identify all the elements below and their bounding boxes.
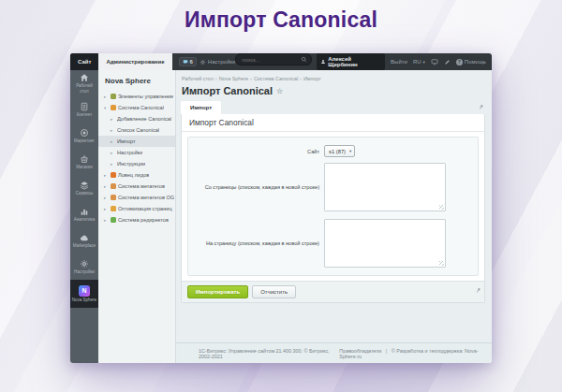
menu-item[interactable]: ▸ Ловец лидов	[98, 169, 175, 181]
page-title: Импорт Canonical ☆	[182, 85, 485, 96]
from-pages-label: Со страницы (списком, каждая в новой стр…	[198, 184, 324, 190]
gear-icon	[80, 259, 89, 269]
rail-item[interactable]: Сервисы	[70, 175, 98, 201]
import-button[interactable]: Импортировать	[187, 285, 248, 298]
form-section-title: Импорт Canonical	[182, 114, 484, 132]
search-icon[interactable]	[301, 56, 307, 63]
menu-item[interactable]: ▸ Инструкции	[98, 158, 175, 169]
menu-item[interactable]: ▸ Оптимизация страниц	[98, 203, 175, 214]
work-area: Рабочий стол›Nova Sphere›Система Canonic…	[176, 70, 492, 342]
page-heading: Импорт Canonical	[0, 7, 562, 33]
breadcrumb: Рабочий стол›Nova Sphere›Система Canonic…	[182, 76, 485, 81]
notifications-button[interactable]: 6	[179, 57, 197, 66]
gear-icon	[200, 59, 206, 65]
cloud-icon	[80, 233, 89, 242]
menu-item-icon	[111, 195, 116, 200]
breadcrumb-item[interactable]: Nova Sphere	[219, 76, 248, 81]
menu-item[interactable]: ▸ Импорт	[98, 136, 175, 147]
breadcrumb-separator: ›	[215, 76, 217, 81]
chevron-icon: ▾	[104, 106, 109, 110]
question-mark-icon: ?	[456, 59, 463, 65]
user-name: Алексей Щербинин	[328, 56, 381, 67]
chevron-icon: ▸	[104, 218, 109, 223]
tab-administration[interactable]: Администрирование	[98, 53, 171, 70]
site-select[interactable]: s1 (87) ▾	[324, 145, 355, 157]
breadcrumb-item[interactable]: Система Canonical	[254, 76, 298, 81]
chevron-icon: ▸	[104, 94, 109, 99]
logout-button[interactable]: Выйти	[391, 59, 407, 65]
icon-rail: Рабочий стол Контент Маркетинг Магазин С…	[70, 70, 98, 363]
chevron-down-icon: ▾	[423, 60, 425, 65]
pin-icon[interactable]	[478, 104, 484, 110]
basket-icon	[80, 154, 89, 164]
rail-item[interactable]: Рабочий стол	[70, 70, 98, 96]
to-pages-wrap	[324, 219, 446, 268]
menu-item-icon	[111, 172, 116, 178]
layers-icon	[80, 181, 89, 190]
language-selector[interactable]: RU ▾	[413, 59, 425, 65]
tab-bar: Импорт	[181, 101, 485, 114]
target-icon	[80, 128, 89, 138]
chevron-down-icon: ▾	[349, 149, 351, 153]
menu-item-icon	[111, 105, 116, 110]
rail-item[interactable]: Магазин	[70, 149, 98, 175]
menu-item[interactable]: ▸ Система метатегов OG	[98, 192, 175, 203]
chevron-icon: ▸	[104, 184, 109, 189]
to-pages-textarea[interactable]	[324, 219, 446, 268]
tab-site[interactable]: Сайт	[70, 53, 98, 70]
from-pages-wrap	[324, 163, 446, 211]
footer-version: 1С-Битрикс: Управление сайтом 21.400.300…	[199, 348, 339, 359]
footer-separator: |	[386, 348, 387, 354]
sidebar-items: ▸ Элементы управления ▾ Система Canonica…	[98, 91, 175, 225]
menu-item[interactable]: ▸ Список Canonical	[98, 124, 175, 136]
site-row: Сайт s1 (87) ▾	[198, 145, 468, 157]
home-icon	[80, 73, 89, 82]
from-pages-row: Со страницы (списком, каждая в новой стр…	[198, 163, 468, 211]
settings-button[interactable]: Настройки	[200, 59, 235, 65]
menu-item[interactable]: ▸ Система метатегов	[98, 181, 175, 192]
edit-pencil-icon[interactable]	[444, 59, 451, 65]
footer: 1С-Битрикс: Управление сайтом 21.400.300…	[176, 342, 492, 363]
settings-label: Настройки	[208, 59, 235, 65]
menu-item[interactable]: ▸ Элементы управления	[98, 91, 175, 102]
user-menu-button[interactable]: Алексей Щербинин	[317, 53, 385, 70]
rail-item[interactable]: Маркетинг	[70, 123, 98, 149]
chevron-icon: ▸	[111, 117, 115, 122]
notifications-count: 6	[190, 59, 193, 65]
help-button[interactable]: ? Помощь	[456, 59, 486, 65]
desktop-icon[interactable]	[431, 58, 438, 65]
menu-item[interactable]: ▾ Система Canonical	[98, 102, 175, 113]
favorite-star-icon[interactable]: ☆	[276, 87, 283, 95]
rail-item[interactable]: Контент	[70, 96, 98, 123]
help-label: Помощь	[465, 59, 486, 65]
rail-item[interactable]: Настройки	[70, 254, 98, 280]
chevron-icon: ▸	[111, 162, 115, 167]
pin-icon[interactable]	[475, 287, 481, 294]
breadcrumb-separator: ›	[300, 76, 302, 81]
menu-item[interactable]: ▸ Настройки	[98, 147, 175, 158]
rail-item[interactable]: N Nova Sphere	[70, 280, 98, 308]
topbar: Сайт Администрирование 6 Настройки Алекс…	[70, 53, 492, 70]
search-input[interactable]	[240, 56, 301, 64]
breadcrumb-item[interactable]: Рабочий стол	[182, 76, 214, 81]
from-pages-textarea[interactable]	[324, 163, 446, 211]
user-icon	[320, 59, 326, 65]
chevron-icon: ▸	[104, 196, 109, 200]
sidebar-menu: Nova Sphere ▸ Элементы управления ▾ Сист…	[98, 70, 176, 363]
to-pages-label: На страницу (списком, каждая в новой стр…	[198, 240, 324, 246]
form-buttons: Импортировать Отчистить	[182, 281, 484, 302]
rail-item[interactable]: Marketplace	[70, 227, 98, 254]
chart-icon	[80, 207, 89, 216]
sidebar-heading: Nova Sphere	[98, 70, 175, 91]
rail-item[interactable]: Аналитика	[70, 201, 98, 227]
search-box	[235, 53, 312, 65]
breadcrumb-item[interactable]: Импорт	[303, 76, 321, 81]
menu-item[interactable]: ▸ Добавление Canonical	[98, 113, 175, 124]
menu-item[interactable]: ▸ Система редиректов	[98, 214, 175, 225]
tab-import[interactable]: Импорт	[181, 101, 221, 114]
admin-window: Сайт Администрирование 6 Настройки Алекс…	[70, 53, 492, 363]
breadcrumb-separator: ›	[250, 76, 252, 81]
clear-button[interactable]: Отчистить	[252, 285, 296, 298]
chevron-icon: ▸	[104, 173, 109, 178]
chevron-icon: ▸	[111, 128, 115, 133]
